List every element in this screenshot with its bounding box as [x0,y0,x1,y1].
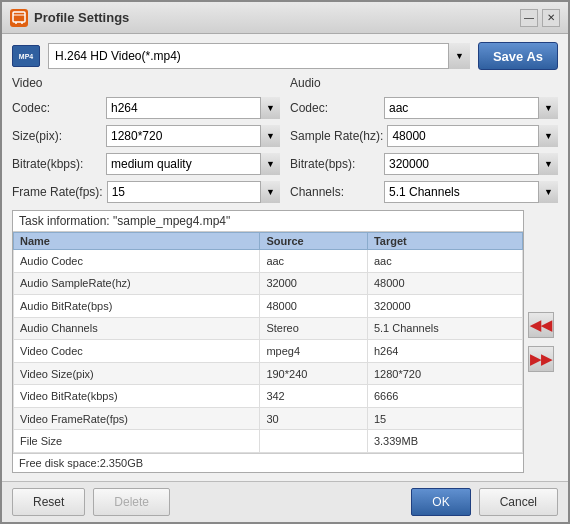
audio-settings-group: Audio Codec: aac ▼ Sample Rate(hz): 4800… [290,76,558,204]
table-row: Video BitRate(kbps)3426666 [14,385,523,408]
audio-samplerate-select[interactable]: 48000 [387,125,558,147]
table-section: Task information: "sample_mpeg4.mp4" Nam… [12,210,524,473]
video-codec-select-wrapper: h264 ▼ [106,97,280,119]
video-codec-select[interactable]: h264 [106,97,280,119]
video-framerate-select[interactable]: 15 [107,181,280,203]
video-bitrate-label: Bitrate(kbps): [12,157,102,171]
table-row: Video FrameRate(fps)3015 [14,407,523,430]
svg-rect-0 [13,12,25,22]
cell-name: Video FrameRate(fps) [14,407,260,430]
prev-arrow-button[interactable]: ◀◀ [528,312,554,338]
cancel-button[interactable]: Cancel [479,488,558,516]
cell-target: 320000 [367,295,522,318]
cell-name: Video BitRate(kbps) [14,385,260,408]
delete-button[interactable]: Delete [93,488,170,516]
table-row: Audio BitRate(bps)48000320000 [14,295,523,318]
cell-target: 5.1 Channels [367,317,522,340]
table-row: Video Codecmpeg4h264 [14,340,523,363]
audio-bitrate-row: Bitrate(bps): 320000 ▼ [290,152,558,176]
profile-select-wrapper: H.264 HD Video(*.mp4) ▼ [48,43,470,69]
close-button[interactable]: ✕ [542,9,560,27]
audio-bitrate-select-wrapper: 320000 ▼ [384,153,558,175]
table-area: Task information: "sample_mpeg4.mp4" Nam… [12,210,524,473]
ok-button[interactable]: OK [411,488,470,516]
cell-target: aac [367,250,522,273]
table-row: Audio ChannelsStereo5.1 Channels [14,317,523,340]
task-info: Task information: "sample_mpeg4.mp4" [13,211,523,232]
audio-samplerate-select-wrapper: 48000 ▼ [387,125,558,147]
video-bitrate-select-wrapper: medium quality ▼ [106,153,280,175]
audio-codec-select-wrapper: aac ▼ [384,97,558,119]
settings-row: Video Codec: h264 ▼ Size(pix): 1280*720 [12,76,558,204]
cell-target: 1280*720 [367,362,522,385]
video-size-select-wrapper: 1280*720 ▼ [106,125,280,147]
cell-source: mpeg4 [260,340,368,363]
video-bitrate-row: Bitrate(kbps): medium quality ▼ [12,152,280,176]
video-group-label: Video [12,76,280,90]
next-arrow-button[interactable]: ▶▶ [528,346,554,372]
cell-source: 30 [260,407,368,430]
profile-settings-window: Profile Settings — ✕ MP4 H.264 HD Video(… [0,0,570,524]
profile-select[interactable]: H.264 HD Video(*.mp4) [48,43,470,69]
window-title: Profile Settings [34,10,514,25]
cell-source: 32000 [260,272,368,295]
save-as-button[interactable]: Save As [478,42,558,70]
video-settings-group: Video Codec: h264 ▼ Size(pix): 1280*720 [12,76,280,204]
audio-samplerate-row: Sample Rate(hz): 48000 ▼ [290,124,558,148]
video-codec-label: Codec: [12,101,102,115]
audio-samplerate-label: Sample Rate(hz): [290,129,383,143]
audio-channels-select-wrapper: 5.1 Channels ▼ [384,181,558,203]
cell-name: Video Codec [14,340,260,363]
top-bar: MP4 H.264 HD Video(*.mp4) ▼ Save As [12,42,558,70]
audio-codec-select[interactable]: aac [384,97,558,119]
window-icon [10,9,28,27]
table-row: Audio SampleRate(hz)3200048000 [14,272,523,295]
table-row: Video Size(pix)190*2401280*720 [14,362,523,385]
profile-format-icon: MP4 [12,45,40,67]
cell-source [260,430,368,453]
table-header-row: Name Source Target [14,233,523,250]
mid-section: Task information: "sample_mpeg4.mp4" Nam… [12,210,558,473]
table-body: Audio CodecaacaacAudio SampleRate(hz)320… [14,250,523,453]
video-bitrate-select[interactable]: medium quality [106,153,280,175]
col-source-header: Source [260,233,368,250]
bottom-bar: Reset Delete OK Cancel [2,481,568,522]
video-size-select[interactable]: 1280*720 [106,125,280,147]
audio-channels-row: Channels: 5.1 Channels ▼ [290,180,558,204]
table-row: File Size3.339MB [14,430,523,453]
cell-name: Audio Codec [14,250,260,273]
cell-name: Audio Channels [14,317,260,340]
cell-target: 3.339MB [367,430,522,453]
cell-name: Audio BitRate(bps) [14,295,260,318]
cell-target: 48000 [367,272,522,295]
info-table: Name Source Target Audio CodecaacaacAudi… [13,232,523,453]
reset-button[interactable]: Reset [12,488,85,516]
main-content: MP4 H.264 HD Video(*.mp4) ▼ Save As Vide… [2,34,568,481]
free-disk-space: Free disk space:2.350GB [13,453,523,472]
cell-target: 6666 [367,385,522,408]
audio-bitrate-label: Bitrate(bps): [290,157,380,171]
cell-name: Audio SampleRate(hz) [14,272,260,295]
video-framerate-row: Frame Rate(fps): 15 ▼ [12,180,280,204]
col-target-header: Target [367,233,522,250]
title-bar: Profile Settings — ✕ [2,2,568,34]
audio-codec-label: Codec: [290,101,380,115]
window-controls: — ✕ [520,9,560,27]
audio-bitrate-select[interactable]: 320000 [384,153,558,175]
video-size-row: Size(pix): 1280*720 ▼ [12,124,280,148]
table-row: Audio Codecaacaac [14,250,523,273]
cell-name: File Size [14,430,260,453]
col-name-header: Name [14,233,260,250]
video-size-label: Size(pix): [12,129,102,143]
minimize-button[interactable]: — [520,9,538,27]
cell-source: 48000 [260,295,368,318]
table-container: Name Source Target Audio CodecaacaacAudi… [13,232,523,453]
audio-channels-select[interactable]: 5.1 Channels [384,181,558,203]
cell-source: 190*240 [260,362,368,385]
cell-target: h264 [367,340,522,363]
audio-group-label: Audio [290,76,558,90]
audio-codec-row: Codec: aac ▼ [290,96,558,120]
cell-target: 15 [367,407,522,430]
audio-channels-label: Channels: [290,185,380,199]
cell-name: Video Size(pix) [14,362,260,385]
